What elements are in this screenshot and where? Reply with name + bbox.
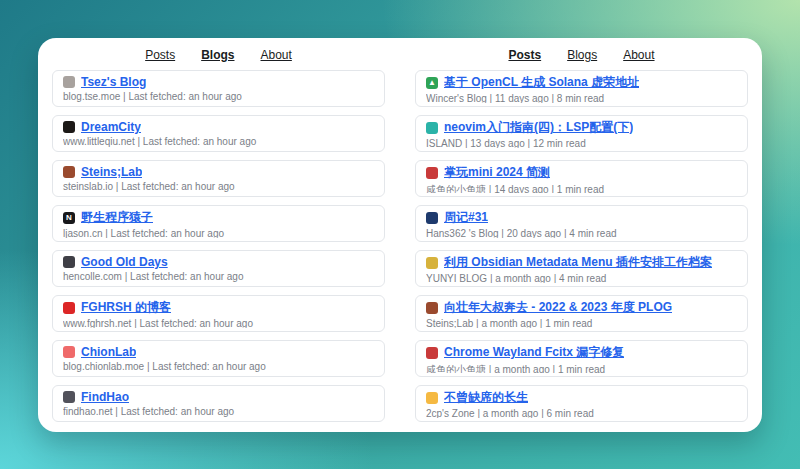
blog-meta: www.fghrsh.net | Last fetched: an hour a… <box>63 318 374 328</box>
hencolle-favicon-icon <box>63 256 75 268</box>
blog-meta: findhao.net | Last fetched: an hour ago <box>63 406 374 417</box>
nav-posts-link[interactable]: Posts <box>508 48 541 62</box>
xianyu-favicon-icon <box>426 347 438 359</box>
post-card: 不曾缺席的长生 2cp's Zone | a month ago | 6 min… <box>415 385 748 422</box>
blogs-list: Tsez's Blog blog.tse.moe | Last fetched:… <box>52 70 385 422</box>
blog-meta: blog.chionlab.moe | Last fetched: an hou… <box>63 361 374 372</box>
nav-blogs-link[interactable]: Blogs <box>567 48 597 62</box>
post-title-link[interactable]: 利用 Obsidian Metadata Menu 插件安排工作档案 <box>444 254 712 271</box>
blog-card: Good Old Days hencolle.com | Last fetche… <box>52 250 385 287</box>
post-title-link[interactable]: neovim入门指南(四)：LSP配置(下) <box>444 119 633 136</box>
nav-posts-link[interactable]: Posts <box>145 48 175 62</box>
yunyi-favicon-icon <box>426 257 438 269</box>
blogs-column: Posts Blogs About Tsez's Blog blog.tse.m… <box>52 44 385 422</box>
post-meta: 咸鱼的小鱼塘 | a month ago | 1 min read <box>426 363 737 373</box>
post-title-link[interactable]: 向壮年大叔奔去 - 2022 & 2023 年度 PLOG <box>444 299 672 316</box>
findhao-favicon-icon <box>63 391 75 403</box>
blog-card: DreamCity www.littleqiu.net | Last fetch… <box>52 115 385 152</box>
blog-title-link[interactable]: Good Old Days <box>81 255 168 269</box>
blog-meta: ljason.cn | Last fetched: an hour ago <box>63 228 374 238</box>
post-card: 周记#31 Hans362 's Blog | 20 days ago | 4 … <box>415 205 748 242</box>
blog-meta: steinslab.io | Last fetched: an hour ago <box>63 181 374 192</box>
post-title-link[interactable]: 不曾缺席的长生 <box>444 389 528 406</box>
post-card: ▲ 基于 OpenCL 生成 Solana 虚荣地址 Wincer's Blog… <box>415 70 748 107</box>
post-meta: Wincer's Blog | 11 days ago | 8 min read <box>426 93 737 103</box>
steinslab-favicon-icon <box>426 302 438 314</box>
tsez-favicon-icon <box>63 76 75 88</box>
nav-about-link[interactable]: About <box>623 48 654 62</box>
post-meta: ISLAND | 13 days ago | 12 min read <box>426 138 737 148</box>
posts-column: Posts Blogs About ▲ 基于 OpenCL 生成 Solana … <box>415 44 748 422</box>
blog-card: Steins;Lab steinslab.io | Last fetched: … <box>52 160 385 197</box>
blog-meta: blog.tse.moe | Last fetched: an hour ago <box>63 91 374 102</box>
blog-title-link[interactable]: FGHRSH 的博客 <box>81 299 171 316</box>
post-card: 利用 Obsidian Metadata Menu 插件安排工作档案 YUNYI… <box>415 250 748 287</box>
nav-blogs-link[interactable]: Blogs <box>201 48 234 62</box>
blog-title-link[interactable]: Tsez's Blog <box>81 75 146 89</box>
posts-column-nav: Posts Blogs About <box>415 44 748 66</box>
hans362-favicon-icon <box>426 212 438 224</box>
xianyu-favicon-icon <box>426 167 438 179</box>
wincer-favicon-icon: ▲ <box>426 77 438 89</box>
blog-meta: hencolle.com | Last fetched: an hour ago <box>63 271 374 282</box>
blog-title-link[interactable]: ChionLab <box>81 345 136 359</box>
chionlab-favicon-icon <box>63 346 75 358</box>
post-card: 向壮年大叔奔去 - 2022 & 2023 年度 PLOG Steins;Lab… <box>415 295 748 332</box>
post-meta: YUNYI BLOG | a month ago | 4 min read <box>426 273 737 283</box>
island-favicon-icon <box>426 122 438 134</box>
2cp-favicon-icon <box>426 392 438 404</box>
blogs-column-nav: Posts Blogs About <box>52 44 385 66</box>
fghrsh-favicon-icon <box>63 302 75 314</box>
post-meta: Steins;Lab | a month ago | 1 min read <box>426 318 737 328</box>
blog-title-link[interactable]: FindHao <box>81 390 129 404</box>
blog-card: N 野生程序猿子 ljason.cn | Last fetched: an ho… <box>52 205 385 242</box>
post-title-link[interactable]: 周记#31 <box>444 209 488 226</box>
steinslab-favicon-icon <box>63 166 75 178</box>
blog-title-link[interactable]: Steins;Lab <box>81 165 142 179</box>
blog-card: FGHRSH 的博客 www.fghrsh.net | Last fetched… <box>52 295 385 332</box>
blog-meta: www.littleqiu.net | Last fetched: an hou… <box>63 136 374 147</box>
post-meta: 2cp's Zone | a month ago | 6 min read <box>426 408 737 418</box>
nav-about-link[interactable]: About <box>261 48 292 62</box>
ljason-favicon-icon: N <box>63 212 75 224</box>
post-meta: 咸鱼的小鱼塘 | 14 days ago | 1 min read <box>426 183 737 193</box>
posts-list: ▲ 基于 OpenCL 生成 Solana 虚荣地址 Wincer's Blog… <box>415 70 748 422</box>
post-card: neovim入门指南(四)：LSP配置(下) ISLAND | 13 days … <box>415 115 748 152</box>
dreamcity-favicon-icon <box>63 121 75 133</box>
post-title-link[interactable]: 基于 OpenCL 生成 Solana 虚荣地址 <box>444 74 639 91</box>
post-card: Chrome Wayland Fcitx 漏字修复 咸鱼的小鱼塘 | a mon… <box>415 340 748 377</box>
post-title-link[interactable]: Chrome Wayland Fcitx 漏字修复 <box>444 344 624 361</box>
main-panel: Posts Blogs About Tsez's Blog blog.tse.m… <box>38 38 762 432</box>
blog-card: FindHao findhao.net | Last fetched: an h… <box>52 385 385 422</box>
blog-card: Tsez's Blog blog.tse.moe | Last fetched:… <box>52 70 385 107</box>
blog-title-link[interactable]: DreamCity <box>81 120 141 134</box>
blog-title-link[interactable]: 野生程序猿子 <box>81 209 153 226</box>
post-meta: Hans362 's Blog | 20 days ago | 4 min re… <box>426 228 737 238</box>
post-title-link[interactable]: 掌玩mini 2024 简测 <box>444 164 550 181</box>
blog-card: ChionLab blog.chionlab.moe | Last fetche… <box>52 340 385 377</box>
post-card: 掌玩mini 2024 简测 咸鱼的小鱼塘 | 14 days ago | 1 … <box>415 160 748 197</box>
